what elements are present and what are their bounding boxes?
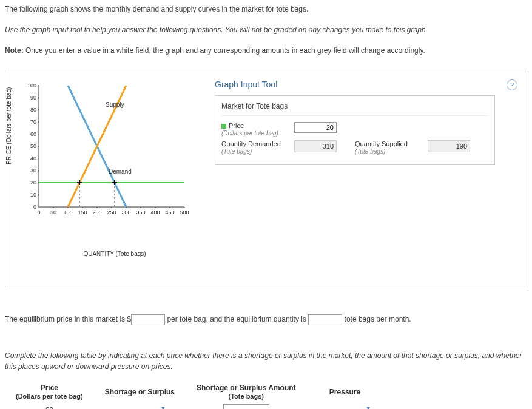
svg-text:250: 250	[107, 209, 116, 215]
qs-label: Quantity Supplied	[355, 140, 408, 147]
svg-text:30: 30	[30, 167, 36, 174]
tool-subtitle: Market for Tote bags	[221, 102, 488, 116]
svg-text:10: 10	[30, 192, 36, 198]
tool-box: Market for Tote bags Price (Dollars per …	[215, 95, 495, 165]
svg-text:350: 350	[136, 209, 145, 215]
svg-text:400: 400	[150, 209, 160, 215]
th-amount: Shortage or Surplus Amount(Tote bags)	[186, 381, 307, 403]
pressure-dropdown[interactable]	[318, 404, 372, 409]
demand-label: Demand	[109, 168, 132, 175]
ss-dropdown[interactable]	[112, 404, 167, 409]
price-label: Price	[229, 122, 244, 129]
row-price: 60	[5, 403, 94, 409]
svg-text:40: 40	[30, 155, 36, 161]
svg-text:500: 500	[180, 209, 189, 215]
equilibrium-sentence: The equilibrium price in this market is …	[5, 313, 527, 326]
svg-text:70: 70	[30, 119, 36, 125]
intro-line-2: Use the graph input tool to help you ans…	[5, 25, 428, 34]
supply-label: Supply	[106, 101, 124, 108]
qs-value: 190	[428, 140, 470, 152]
price-sub: (Dollars per tote bag)	[221, 130, 278, 137]
price-input[interactable]	[294, 122, 337, 133]
qd-sub: (Tote bags)	[221, 148, 252, 155]
table-row: 60	[5, 403, 383, 409]
answer-table: Price(Dollars per tote bag) Shortage or …	[5, 381, 383, 409]
intro-note: Note: Once you enter a value in a white …	[5, 46, 527, 55]
svg-text:100: 100	[63, 209, 72, 215]
eq-qty-input[interactable]	[308, 314, 342, 325]
x-axis-label: QUANTITY (Tote bags)	[33, 251, 197, 257]
th-price: Price(Dollars per tote bag)	[5, 381, 94, 403]
chart-container: PRICE (Dollars per tote bag) 100 90 80 7…	[15, 79, 197, 257]
svg-text:50: 50	[30, 143, 36, 149]
qd-label: Quantity Demanded	[221, 140, 281, 147]
qd-value: 310	[294, 140, 337, 152]
th-pressure: Pressure	[307, 381, 383, 403]
svg-text:0: 0	[33, 204, 36, 210]
svg-text:300: 300	[121, 209, 130, 215]
y-axis-label: PRICE (Dollars per tote bag)	[5, 87, 12, 164]
help-icon[interactable]: ?	[507, 79, 517, 90]
svg-text:50: 50	[50, 209, 56, 215]
table-question: Complete the following table by indicati…	[5, 350, 527, 372]
svg-text:20: 20	[30, 180, 36, 186]
chart-svg[interactable]: 100 90 80 70 60 50 40 30 20 10 0 0 50 10…	[15, 79, 197, 231]
intro-line-1: The following graph shows the monthly de…	[5, 5, 527, 13]
svg-text:150: 150	[78, 209, 87, 215]
svg-text:0: 0	[37, 209, 40, 215]
svg-text:450: 450	[165, 209, 174, 215]
eq-price-input[interactable]	[131, 314, 165, 325]
svg-text:80: 80	[30, 107, 36, 113]
svg-text:100: 100	[27, 83, 36, 89]
qs-sub: (Tote bags)	[355, 148, 385, 155]
svg-text:200: 200	[92, 209, 101, 215]
price-color-icon	[221, 124, 226, 129]
svg-text:90: 90	[30, 95, 36, 101]
amount-input[interactable]	[223, 404, 269, 409]
th-ss: Shortage or Surplus	[94, 381, 186, 403]
svg-text:60: 60	[30, 131, 36, 137]
main-panel: PRICE (Dollars per tote bag) 100 90 80 7…	[5, 70, 527, 288]
tool-title: Graph Input Tool	[215, 79, 517, 89]
